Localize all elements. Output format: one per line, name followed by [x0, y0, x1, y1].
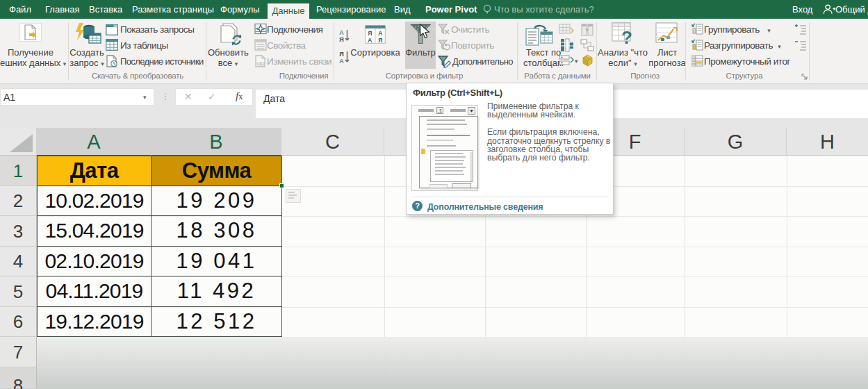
svg-text:А: А	[339, 57, 344, 65]
svg-text:Я: Я	[368, 30, 372, 37]
svg-text:▾: ▾	[575, 58, 578, 65]
svg-text:А: А	[378, 30, 383, 37]
svg-text:А: А	[339, 28, 344, 36]
svg-text:А: А	[368, 37, 372, 44]
svg-text:Я: Я	[339, 50, 344, 58]
svg-text:?: ?	[621, 27, 632, 46]
svg-text:Я: Я	[378, 37, 382, 44]
svg-text:Я: Я	[339, 35, 344, 43]
